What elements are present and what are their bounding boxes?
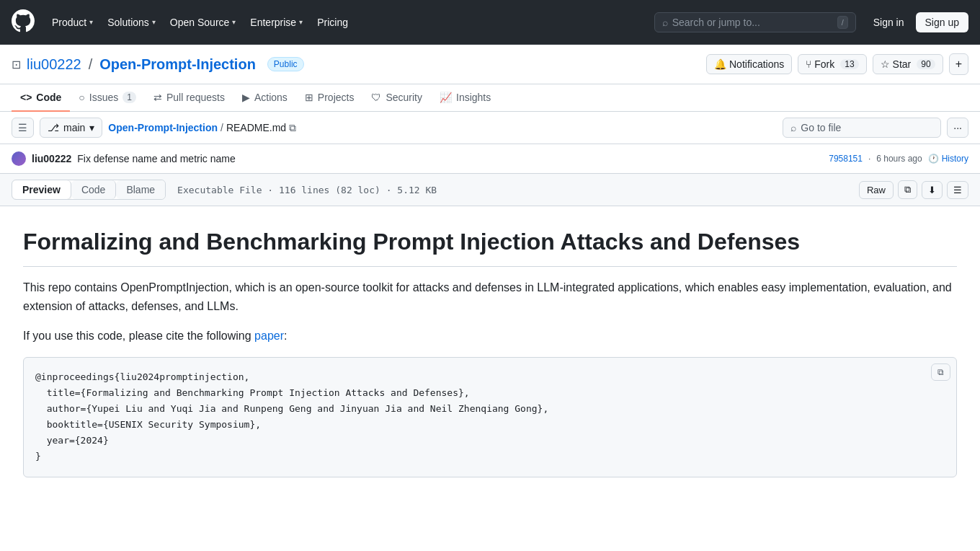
preview-tab[interactable]: Preview xyxy=(12,180,71,199)
readme-paragraph-1: This repo contains OpenPromptInjection, … xyxy=(23,278,957,315)
issues-count: 1 xyxy=(122,92,136,103)
chevron-down-icon: ▾ xyxy=(152,18,156,26)
fork-count: 13 xyxy=(840,59,858,69)
tab-projects[interactable]: ⊞ Projects xyxy=(296,84,363,112)
repo-icon: ⊡ xyxy=(12,58,21,71)
more-options-button[interactable]: ··· xyxy=(947,118,968,138)
paper-link[interactable]: paper xyxy=(254,330,284,342)
nav-open-source[interactable]: Open Source ▾ xyxy=(164,12,242,32)
search-icon: ⌕ xyxy=(790,122,796,133)
star-icon: ☆ xyxy=(881,58,890,70)
insights-icon: 📈 xyxy=(440,92,452,103)
header-actions: Sign in Sign up xyxy=(868,12,968,32)
breadcrumb: Open-Prompt-Injection / README.md ⧉ xyxy=(108,122,777,134)
nav-solutions[interactable]: Solutions ▾ xyxy=(102,12,161,32)
tab-pull-requests[interactable]: ⇄ Pull requests xyxy=(145,84,233,112)
bell-icon: 🔔 xyxy=(714,58,726,70)
fork-icon: ⑂ xyxy=(806,58,811,70)
tab-code[interactable]: <> Code xyxy=(12,84,70,112)
code-tab[interactable]: Code xyxy=(71,180,116,199)
chevron-down-icon: ▾ xyxy=(89,18,93,26)
tab-insights[interactable]: 📈 Insights xyxy=(431,84,499,112)
repo-action-buttons: 🔔 Notifications ⑂ Fork 13 ☆ Star 90 + xyxy=(706,53,968,75)
history-button[interactable]: 🕐 History xyxy=(928,154,968,164)
copy-path-icon[interactable]: ⧉ xyxy=(289,122,296,134)
breadcrumb-repo-link[interactable]: Open-Prompt-Injection xyxy=(108,122,218,133)
commit-info-bar: liu00222 Fix defense name and metric nam… xyxy=(0,144,980,174)
go-to-file-search[interactable]: ⌕ Go to file xyxy=(783,118,941,138)
citation-code: @inproceedings{liu2024promptinjection, t… xyxy=(35,369,945,465)
search-shortcut: / xyxy=(837,16,848,29)
nav-pricing[interactable]: Pricing xyxy=(311,12,354,32)
chevron-down-icon: ▾ xyxy=(232,18,236,26)
tab-security[interactable]: 🛡 Security xyxy=(362,84,431,112)
issues-icon: ○ xyxy=(79,92,84,103)
readme-paragraph-2: If you use this code, please cite the fo… xyxy=(23,327,957,345)
repo-header: ⊡ liu00222 / Open-Prompt-Injection Publi… xyxy=(0,45,980,84)
global-search[interactable]: ⌕ Search or jump to... / xyxy=(654,12,856,32)
pr-icon: ⇄ xyxy=(153,92,162,103)
avatar xyxy=(12,151,26,166)
file-content: Formalizing and Benchmarking Prompt Inje… xyxy=(0,206,980,495)
history-icon: 🕐 xyxy=(928,154,939,164)
nav-product[interactable]: Product ▾ xyxy=(46,12,99,32)
add-list-button[interactable]: + xyxy=(949,53,968,75)
projects-icon: ⊞ xyxy=(305,92,313,103)
branch-selector[interactable]: ⎇ main ▾ xyxy=(40,118,102,138)
nav-enterprise[interactable]: Enterprise ▾ xyxy=(244,12,308,32)
commit-meta: 7958151 · 6 hours ago 🕐 History xyxy=(829,154,968,164)
sign-in-button[interactable]: Sign in xyxy=(868,12,910,32)
chevron-down-icon: ▾ xyxy=(299,18,303,26)
branch-icon: ⎇ xyxy=(48,122,59,133)
shield-icon: 🛡 xyxy=(371,92,381,103)
commit-time: 6 hours ago xyxy=(876,154,922,164)
tab-actions[interactable]: ▶ Actions xyxy=(233,84,296,112)
file-info: Executable File · 116 lines (82 loc) · 5… xyxy=(177,185,437,195)
list-button[interactable]: ☰ xyxy=(947,181,968,199)
file-header: ☰ ⎇ main ▾ Open-Prompt-Injection / READM… xyxy=(0,112,980,144)
repo-visibility-badge: Public xyxy=(267,57,304,71)
code-icon: <> xyxy=(20,92,32,103)
download-button[interactable]: ⬇ xyxy=(922,181,943,199)
citation-code-block: ⧉ @inproceedings{liu2024promptinjection,… xyxy=(23,357,957,477)
commit-message: Fix defense name and metric name xyxy=(77,153,823,164)
chevron-down-icon: ▾ xyxy=(89,122,94,133)
copy-raw-button[interactable]: ⧉ xyxy=(898,180,917,199)
commit-hash[interactable]: 7958151 xyxy=(829,154,863,164)
repo-tabs: <> Code ○ Issues 1 ⇄ Pull requests ▶ Act… xyxy=(0,84,980,112)
file-view-toolbar: Preview Code Blame Executable File · 116… xyxy=(0,174,980,206)
readme-title: Formalizing and Benchmarking Prompt Inje… xyxy=(23,224,957,267)
star-button[interactable]: ☆ Star 90 xyxy=(873,54,943,74)
file-action-buttons: Raw ⧉ ⬇ ☰ xyxy=(859,180,968,199)
site-header: Product ▾ Solutions ▾ Open Source ▾ Ente… xyxy=(0,0,980,45)
raw-button[interactable]: Raw xyxy=(859,181,894,199)
github-logo[interactable] xyxy=(12,9,35,35)
toggle-sidebar-button[interactable]: ☰ xyxy=(12,118,34,138)
actions-icon: ▶ xyxy=(242,92,250,103)
commit-author[interactable]: liu00222 xyxy=(32,153,71,164)
sign-up-button[interactable]: Sign up xyxy=(916,12,968,32)
main-nav: Product ▾ Solutions ▾ Open Source ▾ Ente… xyxy=(46,12,643,32)
fork-button[interactable]: ⑂ Fork 13 xyxy=(798,54,866,74)
tab-issues[interactable]: ○ Issues 1 xyxy=(70,84,145,112)
commit-separator: · xyxy=(868,154,870,164)
repo-name-link[interactable]: Open-Prompt-Injection xyxy=(99,56,256,73)
notifications-button[interactable]: 🔔 Notifications xyxy=(706,54,792,74)
star-count: 90 xyxy=(917,59,935,69)
copy-code-button[interactable]: ⧉ xyxy=(931,363,950,381)
breadcrumb-file: README.md xyxy=(226,122,286,133)
search-icon: ⌕ xyxy=(662,17,668,28)
blame-tab[interactable]: Blame xyxy=(116,180,165,199)
repo-owner-link[interactable]: liu00222 xyxy=(27,56,81,73)
